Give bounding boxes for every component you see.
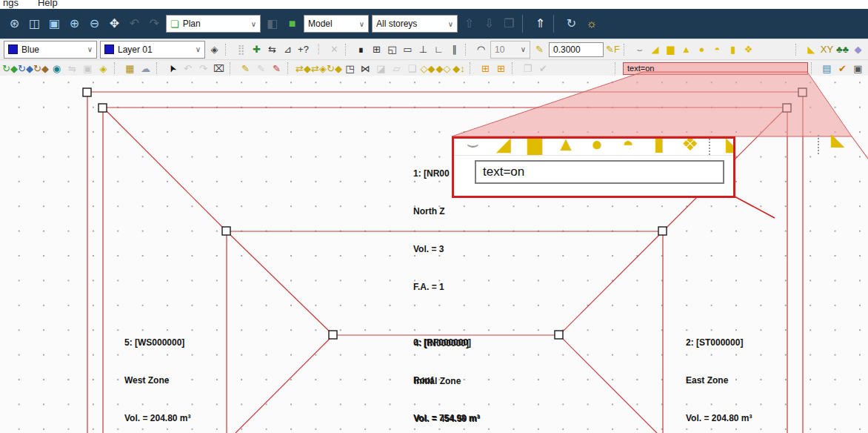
snap-grid-icon[interactable]: ⣿ (233, 42, 249, 57)
pen-width-field[interactable]: 0.3000 (549, 42, 604, 57)
snap-points-icon[interactable]: ⊞ (369, 42, 384, 57)
angle-leg-icon[interactable]: ∟ (431, 42, 447, 57)
grid-origin-icon[interactable]: ✚ (249, 42, 264, 57)
link-zones-icon[interactable]: ⇋ (64, 61, 80, 76)
roof-block-icon[interactable]: ◢ (647, 42, 663, 57)
block-icon[interactable]: ▆ (663, 42, 678, 57)
undo-icon[interactable]: ↶ (180, 61, 196, 76)
next-view-icon[interactable]: ↷ (144, 13, 164, 34)
zone-stamp-east[interactable]: 2: [ST000000] East Zone Vol. = 204.80 m³… (686, 311, 752, 433)
split-zone-icon[interactable]: ▱ (389, 61, 404, 76)
zone-rotate-green-icon[interactable]: ↻◆ (2, 61, 18, 76)
swap-node-icon[interactable]: ◇◆ (420, 61, 435, 76)
info-table-icon[interactable]: ▤ (819, 61, 835, 76)
orbit-view-icon[interactable]: ◫ (24, 13, 44, 34)
guide-line-icon[interactable]: ┆ (311, 42, 327, 57)
cylinder-icon[interactable]: ▮ (725, 42, 741, 57)
storey-up-icon[interactable]: ⇧ (459, 13, 479, 34)
slope-icon[interactable]: ⊿ (280, 42, 296, 57)
selection-handle[interactable] (329, 331, 337, 339)
trim-zone-icon[interactable]: ◪ (373, 61, 389, 76)
zone-layers-icon[interactable]: ◈ (96, 61, 111, 76)
sphere-icon[interactable]: ● (694, 42, 710, 57)
paint-red-icon[interactable]: ✎ (269, 61, 284, 76)
command-input[interactable]: text=on (623, 62, 808, 75)
select-arrow-icon[interactable]: ➤ (164, 61, 180, 76)
rectangle-method-icon[interactable]: ▭ (400, 42, 415, 57)
move-node-icon[interactable]: ◆◇ (435, 61, 451, 76)
wedge-icon[interactable]: ◣ (804, 42, 819, 57)
pen-f-icon[interactable]: ✎F (605, 42, 621, 57)
zoom-window-icon[interactable]: ▣ (44, 13, 64, 34)
angle-step-combo[interactable]: 10 ∨ (490, 41, 530, 59)
rotated-grid-icon[interactable]: ◱ (384, 42, 400, 57)
apply-settings-icon[interactable]: ✔ (535, 61, 551, 76)
model-cube-icon[interactable]: ■ (282, 13, 302, 34)
paint-pick-icon[interactable]: ✎ (253, 61, 269, 76)
zone-table-icon[interactable]: ▦ (122, 61, 138, 76)
selection-handle[interactable] (658, 227, 667, 235)
arc-sketch-icon[interactable]: ⌣ (632, 42, 647, 57)
storey-down-icon[interactable]: ⇩ (479, 13, 499, 34)
zone-stamp-west[interactable]: 5: [WS000000] West Zone Vol. = 204.80 m³… (124, 311, 191, 433)
selection-handle[interactable] (222, 227, 230, 235)
pen-sets-icon[interactable]: ◈ (207, 42, 222, 57)
window-pane-b-icon[interactable]: ⊞ (493, 61, 509, 76)
delete-icon[interactable]: ⌧ (211, 61, 227, 76)
layer-combo[interactable]: Layer 01 ∨ (100, 41, 205, 59)
perpendicular-icon[interactable]: ⊥ (415, 42, 431, 57)
selection-handle[interactable] (555, 331, 563, 339)
stretch-zone-icon[interactable]: ◳ (342, 61, 358, 76)
arc-angle-icon[interactable]: ◠ (473, 42, 489, 57)
selection-handle[interactable] (99, 104, 107, 112)
selection-handle[interactable] (798, 88, 807, 96)
cone-icon[interactable]: ▲ (678, 42, 694, 57)
pen-color-icon[interactable]: ✎ (532, 42, 547, 57)
zone-windows-icon[interactable]: ▣ (80, 61, 96, 76)
wireframe-cube-icon[interactable]: ◧ (262, 13, 282, 34)
copy-settings-icon[interactable]: ❐ (520, 61, 535, 76)
polyhedron-icon[interactable]: ◆ (850, 42, 866, 57)
north-arrow-icon[interactable]: ⇑ (530, 13, 550, 34)
menu-item-help[interactable]: Help (38, 0, 58, 9)
zoom-out-icon[interactable]: ⊖ (84, 13, 104, 34)
zoom-in-icon[interactable]: ⊕ (64, 13, 84, 34)
parallel-icon[interactable]: ∥ (447, 42, 462, 57)
redo-icon[interactable]: ↷ (196, 61, 211, 76)
pan-icon[interactable]: ✥ (104, 13, 124, 34)
paint-add-icon[interactable]: ✎ (238, 61, 253, 76)
storeys-combo[interactable]: All storeys ∨ (372, 15, 458, 33)
drawing-canvas[interactable]: 1: [NR00 North Z Vol. = 3 F.A. = 1 5: [W… (0, 76, 868, 433)
refresh-view-icon[interactable]: ↻ (561, 13, 581, 34)
dome-icon[interactable]: ◓ (710, 42, 725, 57)
copy-zone-icon[interactable]: ⇄◈ (311, 61, 327, 76)
zone-stamp-north[interactable]: 1: [NR00 North Z Vol. = 3 F.A. = 1 (413, 142, 450, 319)
trees-icon[interactable]: ♣♣ (835, 42, 850, 57)
border-frame-icon[interactable]: ▣ (850, 61, 866, 76)
window-pane-a-icon[interactable]: ⊞ (478, 61, 493, 76)
elevate-z-icon[interactable]: ◆↕ (451, 61, 467, 76)
selection-handle[interactable] (83, 88, 91, 96)
model-combo[interactable]: Model ∨ (304, 15, 369, 33)
poly-objects-icon[interactable]: ❖ (741, 42, 756, 57)
remove-guide-icon[interactable]: ✕ (327, 42, 342, 57)
zone-rotate-blue-icon[interactable]: ↻◆ (18, 61, 33, 76)
zone-rotate-brown-icon[interactable]: ↻◆ (33, 61, 49, 76)
rotate-zone-icon[interactable]: ↻◆ (327, 61, 342, 76)
climate-icon[interactable]: ☁ (138, 61, 153, 76)
measure-icon[interactable]: ⇆ (264, 42, 280, 57)
visual-check-icon[interactable]: ✔ (835, 61, 850, 76)
lock-icon[interactable]: ∎ (353, 42, 369, 57)
sun-position-icon[interactable]: ☼ (581, 13, 601, 34)
coordinate-query-icon[interactable]: +? (296, 42, 311, 57)
adjust-zone-icon[interactable]: ❏ (404, 61, 420, 76)
xy-plane-icon[interactable]: XY (819, 42, 835, 57)
pen-color-combo[interactable]: Blue ∨ (4, 41, 97, 59)
previous-view-icon[interactable]: ↶ (124, 13, 144, 34)
move-zone-icon[interactable]: ⇄◆ (296, 61, 311, 76)
location-pin-icon[interactable]: ◉ (49, 61, 64, 76)
page-icon[interactable]: ❐ (499, 13, 519, 34)
mirror-zone-icon[interactable]: ⋈ (358, 61, 373, 76)
view-type-combo[interactable]: ❏ Plan ∨ (166, 15, 261, 33)
menu-item-partial[interactable]: ngs (3, 0, 19, 9)
